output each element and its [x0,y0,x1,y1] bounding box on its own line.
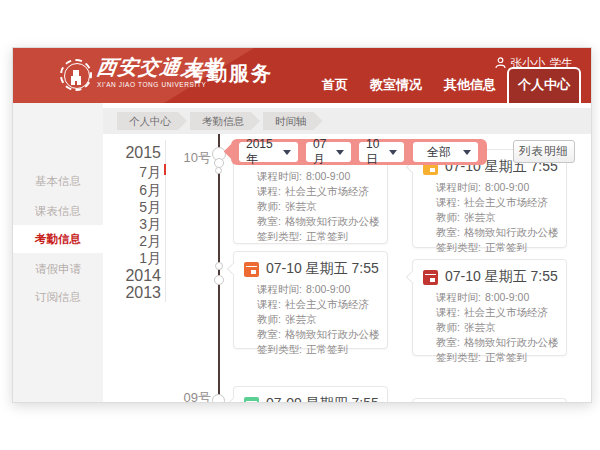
sidebar-item-subscription-info[interactable]: 订阅信息 [13,283,103,311]
attendance-card: 07-09 星期四 7:55 [233,386,388,403]
day-marker-10: 10号 [177,149,211,167]
breadcrumb-personal-center[interactable]: 个人中心 [117,112,187,130]
day-dropdown-value: 10日 [366,137,385,168]
timeline-year-2013[interactable]: 2013 [101,284,161,302]
chevron-down-icon [283,150,291,155]
attendance-card: 07-10 星期五 7:55 课程时间:8:00-9:00 课程:社会主义市场经… [412,259,567,356]
university-seal-logo [60,59,92,91]
breadcrumb: 个人中心 考勤信息 时间轴 [103,108,592,134]
filter-bar: 2015年 07月 10日 全部 [231,139,487,165]
day-marker-09: 09号 [177,389,211,403]
breadcrumb-timeline[interactable]: 时间轴 [263,112,323,130]
timeline-month-may[interactable]: 5月 [101,199,161,217]
timeline-month-feb[interactable]: 2月 [101,233,161,251]
chevron-down-icon [336,150,344,155]
sidebar-item-attendance-info[interactable]: 考勤信息 [13,225,103,253]
month-dropdown-value: 07月 [313,137,332,168]
timeline-node [214,275,224,285]
timeline-month-jan[interactable]: 1月 [101,250,161,268]
day-dropdown[interactable]: 10日 [359,142,404,162]
service-title: 考勤服务 [185,60,273,87]
card-title: 07-09 星期四 7:55 [266,395,379,403]
calendar-icon [244,397,259,404]
year-dropdown[interactable]: 2015年 [239,142,298,162]
category-dropdown-value: 全部 [427,144,451,161]
month-dropdown[interactable]: 07月 [306,142,351,162]
timeline-month-jun[interactable]: 6月 [101,182,161,200]
app-window: 西安交通大学 XI'AN JIAO TONG UNIVERSITY 考勤服务 张… [12,47,592,403]
current-month-cursor [164,164,166,175]
nav-item-personal-center[interactable]: 个人中心 [507,67,581,103]
nav-item-home[interactable]: 首页 [311,68,359,103]
list-detail-button[interactable]: 列表明细 [513,140,575,163]
timeline-node [212,394,225,403]
card-title: 07-10 星期五 7:55 [445,268,558,286]
attendance-card: 07-10 星期五 7:55 课程时间:8:00-9:00 课程:社会主义市场经… [233,251,388,349]
year-dropdown-value: 2015年 [246,137,279,168]
timeline-month-mar[interactable]: 3月 [101,216,161,234]
card-title: 07-10 星期五 7:55 [266,260,379,278]
chevron-down-icon [463,150,471,155]
category-dropdown[interactable]: 全部 [413,142,478,162]
nav-item-classrooms[interactable]: 教室情况 [359,68,433,103]
timeline-node [215,262,223,270]
breadcrumb-attendance-info[interactable]: 考勤信息 [190,112,260,130]
chevron-down-icon [389,150,397,155]
nav-item-other-info[interactable]: 其他信息 [433,68,507,103]
sidebar-item-basic-info[interactable]: 基本信息 [13,167,103,195]
calendar-icon [423,270,438,285]
sidebar-item-leave-request[interactable]: 请假申请 [13,255,103,283]
main-nav: 首页 教室情况 其他信息 个人中心 [311,67,581,103]
sidebar: 基本信息 课表信息 考勤信息 请假申请 订阅信息 [13,103,103,403]
timeline-node [215,167,222,174]
calendar-icon [244,262,259,277]
timeline-year-2015[interactable]: 2015 [101,144,161,162]
timeline-year-2014[interactable]: 2014 [101,267,161,285]
app-header: 西安交通大学 XI'AN JIAO TONG UNIVERSITY 考勤服务 张… [13,48,592,103]
sidebar-item-schedule-info[interactable]: 课表信息 [13,197,103,225]
attendance-card [412,398,567,403]
timeline-month-jul[interactable]: 7月 [101,164,161,182]
